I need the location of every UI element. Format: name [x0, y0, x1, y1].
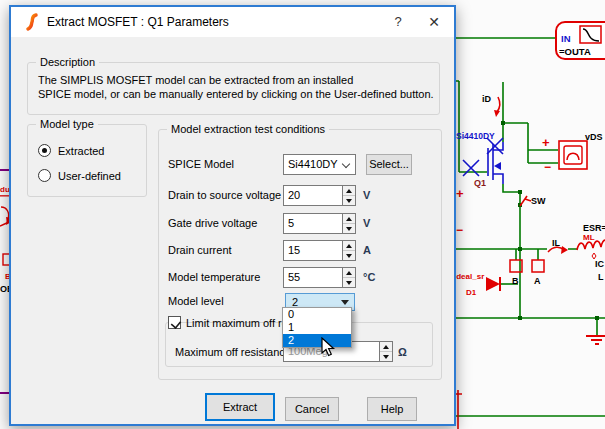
- dropdown-option-0[interactable]: 0: [283, 308, 351, 321]
- drain-current-label: Drain current: [168, 243, 232, 257]
- limit-resistance-checkbox[interactable]: [168, 316, 181, 329]
- radio-user-defined-label: User-defined: [58, 169, 121, 183]
- spin-up-icon[interactable]: [343, 268, 355, 278]
- spice-model-value: Si4410DY: [288, 158, 338, 170]
- vds-label: vDS: [585, 132, 603, 142]
- spice-model-combo[interactable]: Si4410DY: [283, 154, 356, 175]
- svg-text:B: B: [512, 276, 519, 286]
- vgs-plus-sign: +: [456, 186, 464, 201]
- spin-up-icon[interactable]: [380, 342, 392, 352]
- id-current-probe: iD: [482, 94, 500, 117]
- gate-drive-voltage-unit: V: [363, 216, 370, 230]
- esr-label: ESR=: [583, 223, 605, 233]
- max-off-resistance-unit: Ω: [398, 345, 407, 359]
- drain-source-voltage-stepper[interactable]: [343, 185, 356, 206]
- dropdown-option-2[interactable]: 2: [283, 334, 351, 347]
- part-label: Si4410DY: [456, 131, 495, 141]
- bode-probe-symbol: IN =OUTA: [556, 22, 605, 59]
- switch-symbol: SW: [520, 196, 546, 206]
- vgs-minus-sign: −: [456, 223, 463, 237]
- diode-d1-symbol: ideal_sr D1: [454, 272, 500, 297]
- svg-text:A: A: [534, 276, 541, 286]
- description-line-1: The SIMPLIS MOSFET model can be extracte…: [38, 74, 353, 86]
- mouse-cursor: [321, 337, 336, 357]
- help-button[interactable]: Help: [367, 397, 417, 421]
- help-caption-button[interactable]: ?: [383, 9, 413, 35]
- max-off-resistance-stepper[interactable]: [380, 341, 393, 362]
- screen: { "window": { "title": "Extract MOSFET :…: [0, 0, 605, 429]
- select-button[interactable]: Select...: [366, 154, 412, 175]
- sw-label: SW: [531, 196, 546, 206]
- model-level-dropdown-list[interactable]: 0 1 2: [282, 307, 352, 348]
- window-title: Extract MOSFET : Q1 Parameters: [47, 7, 229, 37]
- plus-sign: +: [542, 135, 550, 150]
- spin-up-icon[interactable]: [343, 214, 355, 224]
- model-type-group-label: Model type: [36, 117, 98, 131]
- gate-drive-voltage-stepper[interactable]: [343, 213, 356, 234]
- inductor-symbol: ESR= ML IC L: [577, 223, 605, 282]
- svg-text:IL: IL: [552, 238, 561, 248]
- spin-down-icon[interactable]: [380, 352, 392, 361]
- extract-mosfet-dialog: Extract MOSFET : Q1 Parameters ? ✕ Descr…: [9, 5, 456, 426]
- radio-extracted-label: Extracted: [58, 144, 104, 158]
- radio-extracted-circle[interactable]: [38, 144, 51, 157]
- model-temperature-label: Model temperature: [168, 270, 260, 284]
- cancel-button[interactable]: Cancel: [285, 397, 339, 421]
- spin-down-icon[interactable]: [343, 196, 355, 205]
- title-bar[interactable]: Extract MOSFET : Q1 Parameters ? ✕: [11, 7, 454, 37]
- minus-sign: −: [544, 160, 551, 174]
- ic-label: IC: [595, 259, 605, 269]
- description-group: Description The SIMPLIS MOSFET model can…: [27, 62, 440, 115]
- ground-symbol: [586, 336, 605, 344]
- model-temperature-stepper[interactable]: [343, 267, 356, 288]
- vds-probe-symbol: vDS + −: [542, 132, 603, 174]
- probe-a: A: [532, 260, 544, 286]
- spin-down-icon[interactable]: [343, 224, 355, 233]
- ideal-sr-label: ideal_sr: [454, 272, 484, 281]
- l-label: L: [598, 272, 604, 282]
- combo-arrow-icon: [341, 300, 349, 305]
- radio-user-defined-circle[interactable]: [38, 169, 51, 182]
- extract-button[interactable]: Extract: [205, 393, 275, 421]
- spin-up-icon[interactable]: [343, 186, 355, 196]
- model-type-group: Model type Extracted User-defined: [27, 124, 147, 197]
- spin-down-icon[interactable]: [343, 278, 355, 287]
- drain-current-unit: A: [363, 243, 371, 257]
- close-button[interactable]: ✕: [419, 9, 449, 35]
- spin-up-icon[interactable]: [343, 241, 355, 251]
- drain-current-input[interactable]: 15: [283, 240, 343, 261]
- dropdown-option-1[interactable]: 1: [283, 321, 351, 334]
- q1-label: Q1: [474, 178, 486, 188]
- drain-source-voltage-label: Drain to source voltage: [168, 188, 281, 202]
- svg-text:iD: iD: [482, 94, 492, 104]
- in-label: IN: [561, 33, 571, 44]
- conditions-group-label: Model extraction test conditions: [167, 122, 329, 136]
- description-group-label: Description: [36, 55, 99, 69]
- spice-model-label: SPICE Model: [168, 157, 234, 171]
- drain-source-voltage-unit: V: [363, 188, 370, 202]
- chevron-down-icon: [342, 160, 350, 168]
- d1-label: D1: [466, 288, 477, 297]
- component-fragment: [455, 390, 462, 429]
- description-line-2: SPICE model, or can be manually entered …: [38, 88, 434, 100]
- model-temperature-unit: °C: [363, 270, 375, 284]
- model-level-label: Model level: [168, 294, 224, 308]
- max-off-resistance-label: Maximum off resistance: [175, 345, 291, 359]
- drain-source-voltage-input[interactable]: 20: [283, 185, 343, 206]
- gate-drive-voltage-label: Gate drive voltage: [168, 216, 257, 230]
- simplis-flame-icon: [24, 13, 40, 31]
- outa-label: =OUTA: [559, 46, 591, 57]
- il-current-probe: IL: [548, 238, 568, 254]
- gate-drive-voltage-input[interactable]: 5: [283, 213, 343, 234]
- drain-current-stepper[interactable]: [343, 240, 356, 261]
- ml-label: ML: [583, 233, 595, 242]
- model-temperature-input[interactable]: 55: [283, 267, 343, 288]
- spin-down-icon[interactable]: [343, 251, 355, 260]
